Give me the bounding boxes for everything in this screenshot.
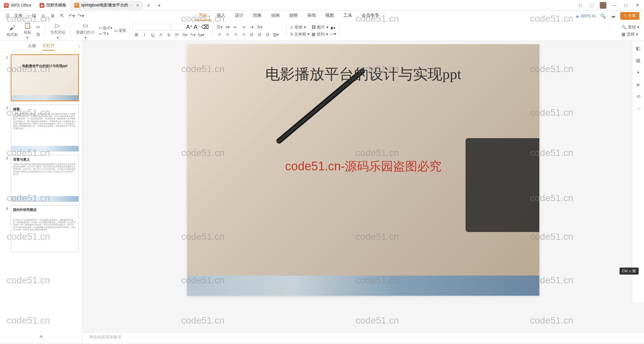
hamburger-icon[interactable]: ☰ <box>5 13 11 19</box>
align-top-icon[interactable]: ⊟ <box>248 32 255 38</box>
file-menu[interactable]: 文件 <box>14 13 23 19</box>
tab-label: 找稻壳模板 <box>46 2 66 8</box>
print-icon[interactable]: ⎙ <box>40 13 46 19</box>
export-icon[interactable]: ⇱ <box>59 13 65 19</box>
tab-document[interactable]: P springboot电影播放平台的 ○ ✕ <box>70 1 143 10</box>
line-spacing-icon[interactable]: ↕▾ <box>248 24 255 30</box>
shape-button[interactable]: ◇ 形状▾ <box>290 24 310 30</box>
tab-member[interactable]: 会员专享 <box>358 11 383 20</box>
columns-icon[interactable]: ▥▾ <box>272 32 279 38</box>
number-list-icon[interactable]: ≡▾ <box>224 24 231 30</box>
add-slide-button[interactable]: + <box>0 331 82 343</box>
indent-left-icon[interactable]: ⇤ <box>232 24 239 30</box>
ime-indicator[interactable]: CH ♫ 简 <box>620 268 639 275</box>
tab-slideshow[interactable]: 放映 <box>285 11 302 20</box>
tab-review[interactable]: 审阅 <box>303 11 320 20</box>
tab-view[interactable]: 视图 <box>321 11 338 20</box>
notes-pane[interactable]: 单击此处添加备注 <box>83 332 644 343</box>
image-button[interactable]: 🖼 图片▾ <box>312 24 328 30</box>
font-size-input[interactable] <box>171 24 185 31</box>
tab-start[interactable]: 开始 <box>195 11 211 20</box>
tab-transition[interactable]: 切换 <box>249 11 266 20</box>
format-painter-button[interactable]: 🖌格式刷 <box>5 24 20 37</box>
highlight-icon[interactable]: ✎▾ <box>190 32 196 38</box>
arrange-button[interactable]: ▦ 排列▾ <box>312 32 328 37</box>
tab-insert[interactable]: 插入 <box>213 11 229 20</box>
more-icon[interactable]: ⋯ <box>635 105 642 112</box>
minimize-icon[interactable]: — <box>611 2 618 9</box>
align-center-icon[interactable]: ≡ <box>224 32 231 38</box>
material-icon[interactable]: ◈ <box>635 81 642 88</box>
textbox-button[interactable]: A 文本框▾ <box>290 32 310 37</box>
slide-thumbnail-2[interactable]: 摘要 当前技术平台系统与传统，意思需求少部门难以需要并且实现了先进的java技术… <box>11 105 79 152</box>
superscript-icon[interactable]: X² <box>173 32 180 38</box>
tab-animation[interactable]: 动画 <box>267 11 284 20</box>
history-icon[interactable]: ⟲ <box>635 93 642 100</box>
bullet-list-icon[interactable]: ☰▾ <box>216 24 223 30</box>
text-direction-icon[interactable]: ⇅▾ <box>256 24 263 30</box>
outline-tab[interactable]: 大纲 <box>28 42 36 50</box>
tab-menu-button[interactable]: ▾ <box>154 3 165 8</box>
tab-tools[interactable]: 工具 <box>339 11 356 20</box>
indent-right-icon[interactable]: ⇥ <box>240 24 247 30</box>
undo-icon[interactable]: ↶▾ <box>68 13 74 19</box>
window-restore-icon[interactable]: ◻ <box>577 2 584 9</box>
fill-button[interactable]: ◆▾ <box>330 25 336 30</box>
slide-thumbnail-1[interactable]: 电影播放平台的设计与实现ppt <box>11 54 79 101</box>
font-family-input[interactable] <box>133 24 170 31</box>
reset-button[interactable]: ▭ 重置 <box>114 28 126 33</box>
strike-icon[interactable]: A <box>157 32 164 38</box>
tab-template[interactable]: ◆ 找稻壳模板 <box>36 1 70 10</box>
template-pane-icon[interactable]: ▦ <box>635 57 642 64</box>
italic-icon[interactable]: I <box>141 32 148 38</box>
slides-tab[interactable]: 幻灯片 <box>43 42 55 51</box>
cut-icon[interactable]: ✂ <box>35 24 41 30</box>
animation-pane-icon[interactable]: ✦ <box>635 69 642 76</box>
outline-button[interactable]: ▭▾ <box>330 32 336 36</box>
copy-icon[interactable]: ⧉ <box>35 32 41 38</box>
redo-icon[interactable]: ↷▾ <box>78 13 84 19</box>
align-right-icon[interactable]: ≡ <box>232 32 239 38</box>
align-middle-icon[interactable]: ⊟ <box>256 32 263 38</box>
wps-ai-button[interactable]: ▲WPS AI <box>575 13 596 18</box>
style-icon[interactable]: ◧ <box>635 45 642 52</box>
thumbnail-list[interactable]: 1 电影播放平台的设计与实现ppt 2 摘要 当前技术平台系统与传统，意思需求少… <box>0 52 82 331</box>
slide-thumbnail-3[interactable]: 背景与意义 伴随信息发的的先新快进中更统进技成应动我节大流统系术在飞是显基础信的… <box>11 155 79 202</box>
slide-thumbnail-4[interactable]: 国内外研究概况 在当前这个飞速发展的时代，无论是国内还是国外，发触都是很飞速的，… <box>11 205 79 252</box>
change-case-icon[interactable]: Aa▾ <box>198 32 204 38</box>
close-icon[interactable]: ✕ <box>136 3 139 8</box>
layout-button[interactable]: ▭ 版式▾ <box>99 25 112 31</box>
select-button[interactable]: ▦ 选择▾ <box>622 32 639 37</box>
align-justify-icon[interactable]: ≡ <box>240 32 247 38</box>
paste-button[interactable]: 📋粘贴▾ <box>22 22 33 40</box>
cloud-icon[interactable]: ☁ <box>610 13 616 19</box>
find-button[interactable]: 🔍 查找▾ <box>622 24 639 30</box>
close-window-icon[interactable]: ✕ <box>634 2 641 9</box>
share-button[interactable]: ⇪ 分享 <box>620 12 639 20</box>
align-left-icon[interactable]: ≡ <box>216 32 223 38</box>
avatar-icon[interactable] <box>600 2 606 9</box>
decrease-font-icon[interactable]: A⁻ <box>194 24 200 30</box>
clear-format-icon[interactable]: ⌫ <box>201 24 209 30</box>
collapse-icon[interactable]: ‹ <box>79 43 80 50</box>
slide-canvas[interactable]: 电影播放平台的设计与实现ppt code51.cn-源码乐园盗图必究 <box>187 44 539 296</box>
save-icon[interactable]: 🖫 <box>31 13 37 19</box>
slide-title-text[interactable]: 电影播放平台的设计与实现ppt <box>187 64 539 84</box>
preview-icon[interactable]: 🗎 <box>50 13 56 19</box>
strikethrough-icon[interactable]: S̶ <box>165 32 172 38</box>
underline-icon[interactable]: U <box>149 32 156 38</box>
share-icon: ⇪ <box>624 13 627 18</box>
bold-icon[interactable]: B <box>133 32 140 38</box>
tab-design[interactable]: 设计 <box>231 11 248 20</box>
from-current-button[interactable]: ▷当页开始▾ <box>48 22 67 40</box>
search-icon[interactable]: 🔍 <box>600 13 606 19</box>
font-color-icon[interactable]: A▾ <box>181 32 188 38</box>
app-tab[interactable]: W WPS Office <box>0 1 36 10</box>
section-button[interactable]: ▭ 节▾ <box>99 31 112 36</box>
cube-icon[interactable]: ⬚ <box>588 2 595 9</box>
new-slide-button[interactable]: ▭新建幻灯片▾ <box>74 22 97 40</box>
increase-font-icon[interactable]: A⁺ <box>186 24 193 30</box>
maximize-icon[interactable]: ◻ <box>623 2 629 9</box>
align-bottom-icon[interactable]: ⊟ <box>264 32 271 38</box>
new-tab-button[interactable]: + <box>143 2 154 8</box>
